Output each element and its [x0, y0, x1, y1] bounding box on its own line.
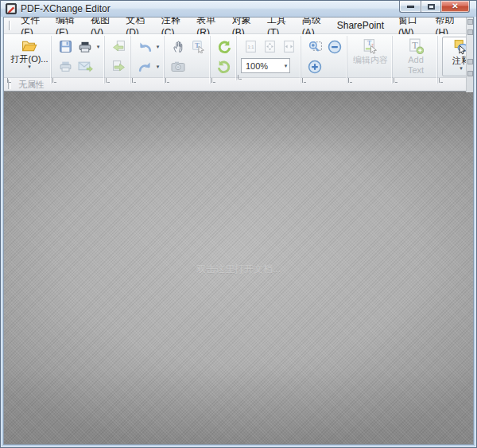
toolbar-grip[interactable]	[106, 78, 110, 83]
app-window: PDF-XChange Editor ✕ 文件(F) 编辑(E) 视图(V) 文…	[0, 0, 477, 448]
rotate-cw-button[interactable]	[215, 57, 234, 76]
save-button[interactable]	[56, 37, 75, 56]
toolbar-grip[interactable]	[394, 78, 398, 83]
actual-size-icon: 1:1	[244, 40, 258, 53]
rotate-cw-icon	[217, 60, 231, 74]
print-icon	[59, 60, 72, 73]
toolbar-grip[interactable]	[238, 75, 242, 80]
edit-content-icon: T T	[363, 38, 378, 54]
window-controls: ✕	[399, 1, 470, 13]
fit-page-button[interactable]	[260, 37, 279, 56]
menubar-grip[interactable]	[9, 21, 11, 30]
svg-text:1:1: 1:1	[247, 44, 254, 49]
toolbar-overflow-button-2[interactable]	[467, 59, 473, 64]
next-view-icon	[112, 60, 126, 73]
menu-bar: 文件(F) 编辑(E) 视图(V) 文档(D) 注释(C) 表单(R) 对象(B…	[4, 18, 473, 34]
rotate-ccw-icon	[217, 40, 231, 54]
toolbar-grip[interactable]	[211, 78, 215, 83]
zoom-in-button[interactable]	[305, 57, 324, 76]
print-setup-button[interactable]: ▾	[76, 37, 102, 56]
hand-tool-button[interactable]	[169, 37, 188, 56]
maximize-icon	[428, 4, 435, 10]
toolbar-group-tools: T	[164, 36, 210, 84]
undo-button[interactable]: ▾	[135, 37, 161, 56]
title-bar[interactable]: PDF-XChange Editor ✕	[1, 1, 476, 17]
fit-width-icon	[282, 40, 296, 53]
toolbar-group-add-text: T Add Text	[392, 36, 437, 84]
toolbar-overflow-strip	[466, 18, 473, 92]
edit-content-label: 编辑内容	[353, 55, 388, 64]
rotate-ccw-button[interactable]	[215, 37, 234, 56]
document-canvas[interactable]: 双击这里打开文档...	[4, 92, 473, 445]
toolbar-grip[interactable]	[348, 78, 352, 83]
previous-view-icon	[112, 40, 126, 53]
window-title: PDF-XChange Editor	[21, 3, 111, 14]
zoom-out-icon	[328, 40, 342, 54]
actual-size-button[interactable]: 1:1	[241, 37, 260, 56]
toolbar-grip[interactable]	[302, 78, 306, 83]
close-button[interactable]: ✕	[441, 1, 470, 13]
undo-icon	[135, 37, 154, 56]
toolbar-overflow-button[interactable]	[467, 29, 473, 35]
toolbar-group-rotate	[210, 36, 236, 84]
add-text-button[interactable]: T Add Text	[397, 37, 435, 76]
edit-content-button[interactable]: T T 编辑内容	[351, 37, 390, 76]
open-folder-icon	[21, 38, 38, 53]
print-dropdown-icon: ▾	[95, 44, 102, 50]
toolbar-group-history	[104, 36, 130, 84]
menu-sharepoint[interactable]: SharePoint	[330, 18, 391, 33]
next-view-button[interactable]	[109, 57, 128, 76]
open-button[interactable]: 打开(O)... ▾	[10, 37, 48, 76]
zoom-in-icon	[308, 60, 322, 74]
app-logo-icon	[6, 3, 17, 14]
email-icon	[78, 60, 93, 72]
hand-icon	[172, 40, 185, 53]
open-document-hint: 双击这里打开文档...	[196, 263, 281, 276]
printer-icon	[76, 37, 95, 56]
snapshot-button[interactable]	[169, 57, 188, 76]
toolbar-grip[interactable]	[52, 78, 56, 83]
open-button-label: 打开(O)...	[10, 54, 48, 64]
toolbar: 打开(O)... ▾	[4, 34, 473, 78]
add-text-icon: T	[408, 38, 424, 54]
toolbar-grip[interactable]	[165, 78, 169, 83]
zoom-level-value: 100%	[246, 61, 268, 71]
comment-dropdown-icon: ▾	[458, 65, 465, 72]
select-text-icon: T	[192, 40, 205, 53]
print-button[interactable]	[56, 57, 75, 76]
zoom-marquee-icon	[308, 40, 323, 53]
camera-icon	[171, 60, 185, 72]
open-dropdown-icon: ▾	[26, 64, 33, 70]
toolbar-group-open: 打开(O)... ▾	[6, 36, 51, 84]
select-tool-button[interactable]: T	[188, 37, 207, 56]
toolbar-group-zoom-presets: 1:1	[236, 36, 301, 80]
email-button[interactable]	[76, 57, 95, 76]
fit-page-icon	[263, 40, 277, 53]
toolbar-group-undo: ▾ ▾	[130, 36, 164, 84]
add-text-label-line1: Add	[408, 55, 424, 64]
close-icon: ✕	[452, 2, 458, 10]
minimize-icon	[407, 6, 414, 8]
minimize-button[interactable]	[399, 1, 421, 13]
redo-dropdown-icon: ▾	[154, 64, 161, 70]
maximize-button[interactable]	[421, 1, 441, 13]
zoom-level-combobox[interactable]: 100% ▾	[241, 58, 290, 73]
window-frame: 文件(F) 编辑(E) 视图(V) 文档(D) 注释(C) 表单(R) 对象(B…	[3, 17, 474, 445]
add-text-label-line2: Text	[408, 65, 424, 75]
previous-view-button[interactable]	[109, 37, 128, 56]
menubar-overflow-button[interactable]	[467, 19, 473, 25]
propsbar-overflow-button[interactable]	[467, 71, 473, 76]
toolbar-group-edit-content: T T 编辑内容	[347, 36, 392, 84]
toolbar-group-file: ▾	[51, 36, 104, 84]
redo-button[interactable]: ▾	[135, 57, 161, 76]
zoom-out-button[interactable]	[325, 37, 344, 56]
toolbar-group-zoom-tools	[301, 36, 347, 84]
redo-icon	[135, 57, 154, 76]
undo-dropdown-icon: ▾	[154, 44, 161, 50]
toolbar-grip[interactable]	[439, 78, 443, 83]
toolbar-grip[interactable]	[132, 78, 136, 83]
fit-width-button[interactable]	[279, 37, 298, 56]
zoom-marquee-button[interactable]	[305, 37, 324, 56]
zoom-combobox-dropdown-icon: ▾	[282, 63, 289, 69]
toolbar-grip[interactable]	[7, 78, 11, 83]
